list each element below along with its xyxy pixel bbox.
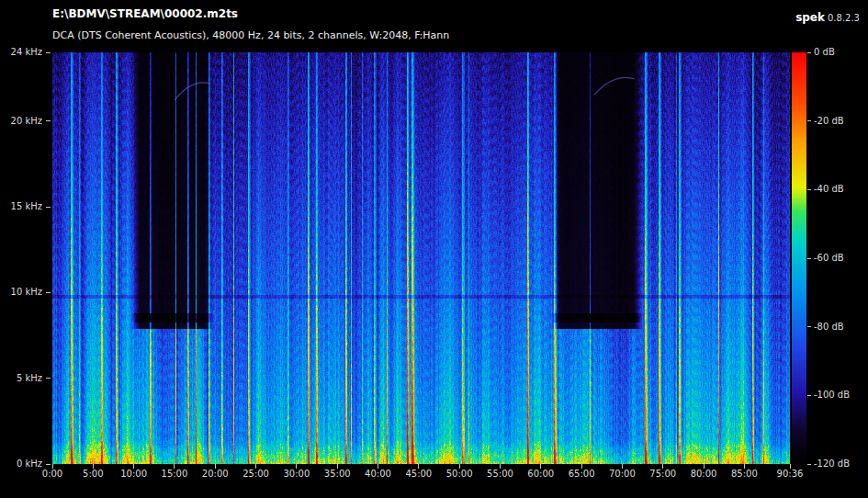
- db-tick-mark: [807, 120, 811, 121]
- freq-tick-mark: [46, 52, 51, 53]
- db-tick-label: -40 dB: [814, 184, 844, 195]
- freq-tick-mark: [46, 378, 51, 379]
- freq-tick-label: 20 kHz: [0, 116, 42, 127]
- time-tick-label: 55:00: [479, 469, 520, 480]
- time-tick-mark: [459, 464, 460, 469]
- file-path: E:\BDMV\STREAM\00002.m2ts: [52, 7, 238, 20]
- time-tick-label: 40:00: [358, 469, 399, 480]
- time-tick-label: 10:00: [114, 469, 154, 480]
- time-tick-mark: [296, 464, 297, 469]
- time-tick-mark: [540, 464, 541, 469]
- freq-tick-label: 24 kHz: [0, 47, 42, 58]
- db-tick-mark: [807, 52, 811, 53]
- db-color-scale: [792, 52, 806, 464]
- db-tick-label: 0 dB: [814, 47, 835, 58]
- time-tick-mark: [704, 464, 705, 469]
- time-tick-mark: [622, 464, 623, 469]
- time-tick-label: 90:36: [770, 469, 810, 480]
- time-tick-mark: [662, 464, 663, 469]
- db-tick-label: -60 dB: [814, 253, 844, 264]
- freq-tick-label: 10 kHz: [0, 287, 42, 298]
- time-tick-label: 85:00: [724, 469, 764, 480]
- time-tick-label: 50:00: [439, 469, 479, 480]
- time-tick-mark: [93, 464, 94, 469]
- time-tick-mark: [581, 464, 582, 469]
- time-tick-label: 35:00: [317, 469, 357, 480]
- db-tick-label: -120 dB: [814, 458, 850, 470]
- db-tick-mark: [807, 326, 811, 327]
- time-tick-mark: [52, 464, 53, 469]
- freq-tick-label: 15 kHz: [0, 201, 42, 212]
- freq-tick-mark: [46, 292, 51, 293]
- time-tick-mark: [790, 464, 791, 469]
- time-tick-label: 45:00: [399, 469, 439, 480]
- freq-tick-label: 5 kHz: [0, 373, 42, 384]
- time-tick-label: 25:00: [236, 469, 276, 480]
- db-tick-mark: [807, 395, 811, 396]
- time-tick-mark: [744, 464, 745, 469]
- db-tick-mark: [807, 464, 811, 465]
- time-tick-label: 75:00: [643, 469, 683, 480]
- spectrogram-canvas: [52, 52, 790, 464]
- freq-tick-mark: [46, 120, 51, 121]
- time-tick-mark: [378, 464, 378, 469]
- time-tick-label: 0:00: [32, 469, 73, 480]
- db-tick-label: -100 dB: [814, 390, 850, 401]
- app-version: 0.8.2.3: [828, 13, 860, 23]
- db-tick-mark: [807, 189, 811, 190]
- time-tick-mark: [133, 464, 134, 469]
- time-tick-mark: [500, 464, 501, 469]
- freq-tick-mark: [46, 464, 51, 465]
- time-tick-label: 30:00: [276, 469, 317, 480]
- db-tick-label: -20 dB: [814, 116, 844, 127]
- time-tick-mark: [418, 464, 419, 469]
- time-tick-label: 60:00: [521, 469, 561, 480]
- time-tick-label: 80:00: [683, 469, 724, 480]
- spek-window: E:\BDMV\STREAM\00002.m2ts spek0.8.2.3 DC…: [0, 0, 868, 498]
- freq-tick-mark: [46, 207, 51, 208]
- time-tick-label: 15:00: [154, 469, 195, 480]
- app-name: spek: [795, 11, 825, 24]
- db-tick-label: -80 dB: [814, 322, 844, 333]
- time-tick-mark: [337, 464, 338, 469]
- time-tick-label: 70:00: [602, 469, 642, 480]
- stream-info: DCA (DTS Coherent Acoustics), 48000 Hz, …: [52, 29, 449, 41]
- time-tick-mark: [174, 464, 175, 469]
- app-brand: spek0.8.2.3: [795, 7, 860, 25]
- db-tick-mark: [807, 258, 811, 259]
- time-tick-mark: [215, 464, 216, 469]
- time-tick-label: 5:00: [73, 469, 113, 480]
- time-tick-label: 65:00: [561, 469, 602, 480]
- time-tick-mark: [255, 464, 256, 469]
- time-tick-label: 20:00: [195, 469, 235, 480]
